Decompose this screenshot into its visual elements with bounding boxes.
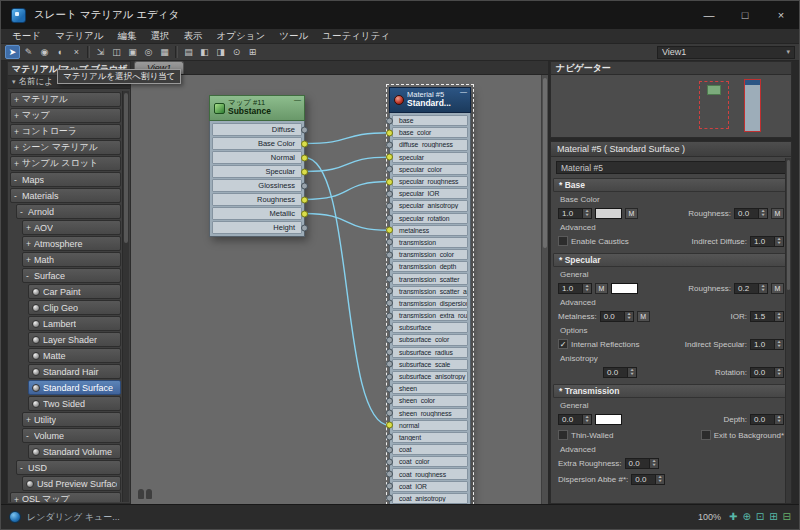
- internal-reflections-checkbox[interactable]: ✓: [558, 339, 568, 349]
- specular-color-swatch[interactable]: [611, 283, 638, 294]
- spin-down-icon[interactable]: ▼: [658, 479, 663, 483]
- browser-item-usd[interactable]: - USD: [16, 460, 121, 475]
- input-slot-coat_anisotropy[interactable]: coat_anisotropy: [392, 493, 468, 504]
- browser-item-car-paint[interactable]: Car Paint: [28, 284, 121, 299]
- browser-item-matte[interactable]: Matte: [28, 348, 121, 363]
- input-socket[interactable]: [386, 178, 393, 185]
- input-slot-diffuse_roughness[interactable]: diffuse_roughness: [392, 139, 468, 150]
- spinner-arrows[interactable]: ▲▼: [775, 236, 784, 247]
- menu-view[interactable]: 表示: [177, 29, 210, 43]
- browser-item-layer-shader[interactable]: Layer Shader: [28, 332, 121, 347]
- specular-roughness-spinner[interactable]: 0.2▲▼: [734, 283, 768, 294]
- extra-roughness-spinner[interactable]: 0.0▲▼: [625, 458, 659, 469]
- input-socket[interactable]: [386, 373, 393, 380]
- output-slot-diffuse[interactable]: Diffuse: [212, 123, 302, 136]
- input-slot-sheen_roughness[interactable]: sheen_roughness: [392, 408, 468, 419]
- input-socket[interactable]: [386, 117, 393, 124]
- exit-to-background-checkbox[interactable]: ✓: [701, 430, 711, 440]
- input-socket[interactable]: [386, 446, 393, 453]
- spin-down-icon[interactable]: ▼: [584, 288, 589, 292]
- menu-edit[interactable]: 編集: [111, 29, 144, 43]
- expander-icon[interactable]: +: [26, 239, 34, 249]
- input-socket[interactable]: [386, 397, 393, 404]
- input-slot-transmission_scatter_ani[interactable]: transmission_scatter_ani...: [392, 286, 468, 297]
- material-map-browser-toggle-button[interactable]: ◧: [197, 45, 212, 59]
- browser-item-materials[interactable]: - Materials: [10, 188, 121, 203]
- browser-item-arnold[interactable]: - Arnold: [16, 204, 121, 219]
- spin-down-icon[interactable]: ▼: [776, 419, 781, 423]
- output-socket[interactable]: [301, 182, 308, 189]
- navigator-view-rect[interactable]: [699, 81, 729, 129]
- material-name-field[interactable]: Material #5: [556, 161, 786, 174]
- input-slot-tangent[interactable]: tangent: [392, 432, 468, 443]
- expander-icon[interactable]: -: [26, 431, 34, 441]
- expander-icon[interactable]: +: [14, 111, 22, 121]
- expander-icon[interactable]: +: [14, 143, 22, 153]
- browser-item-surface[interactable]: - Surface: [22, 268, 121, 283]
- browser-item-standard-surface[interactable]: Standard Surface: [28, 380, 121, 395]
- node-minimize-icon[interactable]: —: [460, 88, 467, 95]
- input-slot-specular_rotation[interactable]: specular_rotation: [392, 213, 468, 224]
- depth-spinner[interactable]: 0.0▲▼: [750, 414, 784, 425]
- input-socket[interactable]: [386, 263, 393, 270]
- input-socket[interactable]: [386, 154, 393, 161]
- select-by-material-button[interactable]: ⊙: [229, 45, 244, 59]
- canvas-scrollbar[interactable]: [541, 75, 548, 504]
- select-tool-button[interactable]: ➤: [5, 45, 20, 59]
- metalness-map-button[interactable]: M: [637, 311, 650, 322]
- input-slot-subsurface[interactable]: subsurface: [392, 322, 468, 333]
- browser-item-standard-volume[interactable]: Standard Volume: [28, 444, 121, 459]
- input-socket[interactable]: [386, 251, 393, 258]
- spinner-arrows[interactable]: ▲▼: [650, 458, 659, 469]
- input-slot-specular[interactable]: specular: [392, 152, 468, 163]
- spin-down-icon[interactable]: ▼: [776, 372, 781, 376]
- zoom-extents-selected-tool-icon[interactable]: ⊟: [783, 512, 791, 522]
- specular-roughness-map-button[interactable]: M: [771, 283, 784, 294]
- input-slot-transmission_depth[interactable]: transmission_depth: [392, 261, 468, 272]
- enable-caustics-checkbox[interactable]: ✓: [558, 236, 568, 246]
- input-socket[interactable]: [386, 190, 393, 197]
- output-socket[interactable]: [301, 224, 308, 231]
- output-slot-roughness[interactable]: Roughness: [212, 193, 302, 206]
- assign-material-to-selection-button[interactable]: ◐: [53, 45, 68, 59]
- input-socket[interactable]: [386, 129, 393, 136]
- browser-item-materials-group[interactable]: + マテリアル: [10, 92, 121, 107]
- input-socket[interactable]: [386, 312, 393, 319]
- input-slot-subsurface_scale[interactable]: subsurface_scale: [392, 359, 468, 370]
- connection-wire-base-color-to-base_color[interactable]: [305, 133, 390, 144]
- browser-item-lambert[interactable]: Lambert: [28, 316, 121, 331]
- output-socket[interactable]: [301, 140, 308, 147]
- input-socket[interactable]: [386, 166, 393, 173]
- input-socket[interactable]: [386, 458, 393, 465]
- spin-down-icon[interactable]: ▼: [651, 463, 656, 467]
- scrollbar-thumb[interactable]: [787, 160, 790, 290]
- lay-out-all-button[interactable]: ▦: [157, 45, 172, 59]
- expander-icon[interactable]: -: [20, 207, 28, 217]
- spin-down-icon[interactable]: ▼: [760, 288, 765, 292]
- material-node[interactable]: Material #5 Standard... — base base_colo…: [389, 87, 471, 504]
- spin-down-icon[interactable]: ▼: [760, 213, 765, 217]
- input-slot-specular_ior[interactable]: specular_IOR: [392, 188, 468, 199]
- input-slot-subsurface_anisotropy[interactable]: subsurface_anisotropy: [392, 371, 468, 382]
- section-base[interactable]: * Base: [553, 178, 789, 192]
- expander-icon[interactable]: +: [26, 415, 34, 425]
- browser-item-scene-materials[interactable]: + シーン マテリアル: [10, 140, 121, 155]
- spin-down-icon[interactable]: ▼: [584, 213, 589, 217]
- input-socket[interactable]: [386, 495, 393, 502]
- material-node-header[interactable]: Material #5 Standard... —: [389, 87, 471, 113]
- lay-out-children-button[interactable]: ▤: [181, 45, 196, 59]
- base-color-swatch[interactable]: [595, 208, 622, 219]
- output-slot-height[interactable]: Height: [212, 221, 302, 234]
- substance-node-header[interactable]: マップ #11 Substance —: [209, 95, 305, 121]
- expander-icon[interactable]: +: [14, 127, 22, 137]
- output-socket[interactable]: [301, 126, 308, 133]
- input-socket[interactable]: [386, 422, 393, 429]
- input-socket[interactable]: [386, 410, 393, 417]
- base-roughness-map-button[interactable]: M: [771, 208, 784, 219]
- expander-icon[interactable]: -: [14, 191, 22, 201]
- params-scrollbar[interactable]: [785, 158, 791, 503]
- connection-wire-specular-to-specular[interactable]: [305, 157, 390, 171]
- input-socket[interactable]: [386, 227, 393, 234]
- rotation-spinner[interactable]: 0.0▲▼: [750, 367, 784, 378]
- menu-tools[interactable]: ツール: [272, 29, 315, 43]
